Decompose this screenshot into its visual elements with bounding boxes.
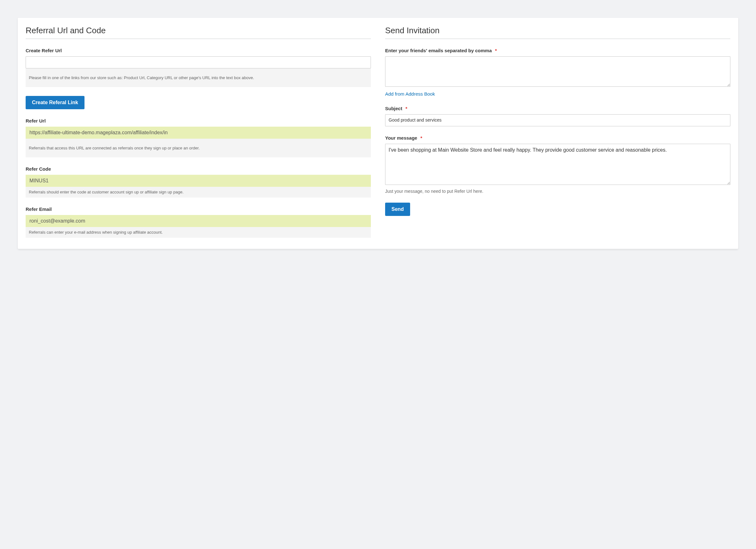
- message-field: Your message * I've been shopping at Mai…: [385, 135, 730, 194]
- send-invitation-section: Send Invitation Enter your friends' emai…: [385, 26, 730, 238]
- create-refer-url-input[interactable]: [26, 56, 371, 68]
- refer-code-label: Refer Code: [26, 166, 371, 171]
- create-referal-link-button-wrap: Create Referal Link: [26, 96, 371, 109]
- refer-url-helper: Referrals that access this URL are conne…: [26, 139, 371, 157]
- referral-url-and-code-section: Referral Url and Code Create Refer Url P…: [26, 26, 371, 238]
- message-label: Your message *: [385, 135, 730, 140]
- create-referal-link-button[interactable]: Create Referal Link: [26, 96, 84, 109]
- refer-code-field: Refer Code MINUS1 Referrals should enter…: [26, 166, 371, 197]
- subject-label: Subject *: [385, 106, 730, 111]
- add-from-address-book-link[interactable]: Add from Address Book: [385, 91, 435, 97]
- refer-url-value: https://affiliate-ultimate-demo.mageplaz…: [26, 127, 371, 139]
- required-mark-icon: *: [495, 48, 497, 53]
- message-note: Just your message, no need to put Refer …: [385, 189, 730, 194]
- refer-email-field: Refer Email roni_cost@example.com Referr…: [26, 206, 371, 238]
- section-title-referral: Referral Url and Code: [26, 26, 371, 39]
- friends-emails-textarea[interactable]: [385, 56, 730, 87]
- required-mark-icon: *: [405, 106, 407, 111]
- section-title-invitation: Send Invitation: [385, 26, 730, 39]
- refer-email-label: Refer Email: [26, 206, 371, 212]
- friends-emails-label: Enter your friends' emails separated by …: [385, 48, 730, 53]
- refer-url-field: Refer Url https://affiliate-ultimate-dem…: [26, 118, 371, 157]
- send-button-wrap: Send: [385, 203, 730, 216]
- refer-code-value: MINUS1: [26, 175, 371, 187]
- refer-email-value: roni_cost@example.com: [26, 215, 371, 227]
- refer-code-helper: Referrals should enter the code at custo…: [26, 187, 371, 197]
- refer-email-helper: Referrals can enter your e-mail address …: [26, 227, 371, 238]
- friends-emails-field: Enter your friends' emails separated by …: [385, 48, 730, 97]
- create-refer-url-helper: Please fill in one of the links from our…: [26, 68, 371, 87]
- subject-input[interactable]: [385, 114, 730, 126]
- subject-field: Subject *: [385, 106, 730, 126]
- subject-label-text: Subject: [385, 106, 402, 111]
- create-refer-url-field: Create Refer Url Please fill in one of t…: [26, 48, 371, 87]
- friends-emails-label-text: Enter your friends' emails separated by …: [385, 48, 492, 53]
- message-textarea[interactable]: I've been shopping at Main Website Store…: [385, 144, 730, 185]
- message-label-text: Your message: [385, 135, 417, 140]
- refer-url-label: Refer Url: [26, 118, 371, 123]
- create-refer-url-label: Create Refer Url: [26, 48, 371, 53]
- required-mark-icon: *: [421, 135, 422, 140]
- send-button[interactable]: Send: [385, 203, 410, 216]
- content-card: Referral Url and Code Create Refer Url P…: [18, 18, 738, 249]
- page-root: Referral Url and Code Create Refer Url P…: [0, 0, 756, 266]
